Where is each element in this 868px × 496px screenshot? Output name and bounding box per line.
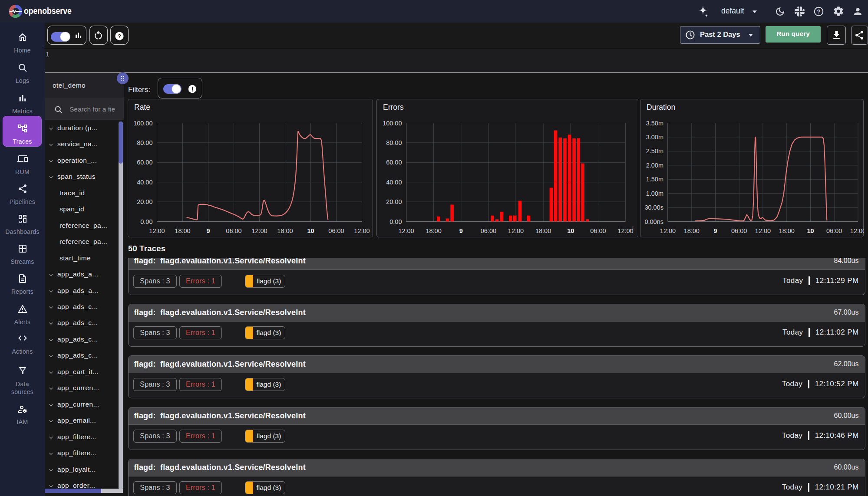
svg-text:80.00: 80.00: [137, 139, 152, 146]
svg-text:10: 10: [567, 227, 574, 234]
svg-text:Errors: Errors: [383, 103, 404, 112]
svg-text:9: 9: [713, 227, 717, 234]
svg-text:40.00: 40.00: [137, 179, 152, 186]
svg-text:1.00m: 1.00m: [646, 190, 663, 197]
svg-text:1.50m: 1.50m: [646, 176, 663, 183]
svg-text:10: 10: [807, 227, 814, 234]
svg-text:100.00: 100.00: [133, 120, 152, 127]
svg-text:06:00: 06:00: [590, 227, 606, 234]
svg-text:06:00: 06:00: [731, 227, 747, 234]
svg-text:100.00: 100.00: [383, 120, 402, 127]
svg-text:30.00s: 30.00s: [644, 204, 663, 211]
svg-text:06:00: 06:00: [226, 227, 241, 234]
svg-text:18:00: 18:00: [535, 227, 551, 234]
svg-text:06:00: 06:00: [328, 227, 344, 234]
svg-text:3.50m: 3.50m: [646, 120, 663, 127]
svg-text:10: 10: [307, 227, 314, 234]
svg-text:12:00: 12:00: [398, 227, 414, 234]
svg-text:06:00: 06:00: [480, 227, 496, 234]
svg-text:40.00: 40.00: [386, 179, 402, 186]
svg-text:06:00: 06:00: [826, 227, 842, 234]
svg-text:18:00: 18:00: [426, 227, 441, 234]
svg-text:18:00: 18:00: [779, 227, 795, 234]
svg-text:9: 9: [206, 227, 210, 234]
svg-text:60.00: 60.00: [137, 159, 152, 166]
svg-text:0.00: 0.00: [389, 218, 402, 225]
svg-text:20.00: 20.00: [137, 198, 152, 205]
svg-text:0.00: 0.00: [140, 218, 152, 225]
svg-text:18:00: 18:00: [175, 227, 190, 234]
svg-text:0.00ns: 0.00ns: [644, 218, 663, 225]
svg-text:20.00: 20.00: [386, 198, 402, 205]
svg-text:Rate: Rate: [134, 103, 150, 112]
svg-text:3.00m: 3.00m: [646, 134, 663, 141]
svg-text:80.00: 80.00: [386, 139, 402, 146]
svg-text:?: ?: [118, 33, 121, 39]
svg-text:12:00: 12:00: [251, 227, 267, 234]
svg-text:12:00: 12:00: [508, 227, 523, 234]
svg-text:12:00: 12:00: [755, 227, 771, 234]
svg-text:2.00m: 2.00m: [646, 162, 663, 169]
svg-text:12:00: 12:00: [149, 227, 165, 234]
svg-text:12:00: 12:00: [660, 227, 676, 234]
svg-text:18:00: 18:00: [277, 227, 293, 234]
svg-text:2.50m: 2.50m: [646, 148, 663, 154]
svg-text:9: 9: [459, 227, 462, 234]
svg-text:12:00: 12:00: [354, 227, 370, 234]
svg-text:Duration: Duration: [647, 103, 675, 112]
svg-text:12:00: 12:00: [850, 227, 864, 234]
svg-text:┘: ┘: [630, 226, 635, 232]
svg-text:60.00: 60.00: [386, 159, 402, 166]
svg-text:?: ?: [817, 8, 821, 15]
svg-text:18:00: 18:00: [684, 227, 700, 234]
